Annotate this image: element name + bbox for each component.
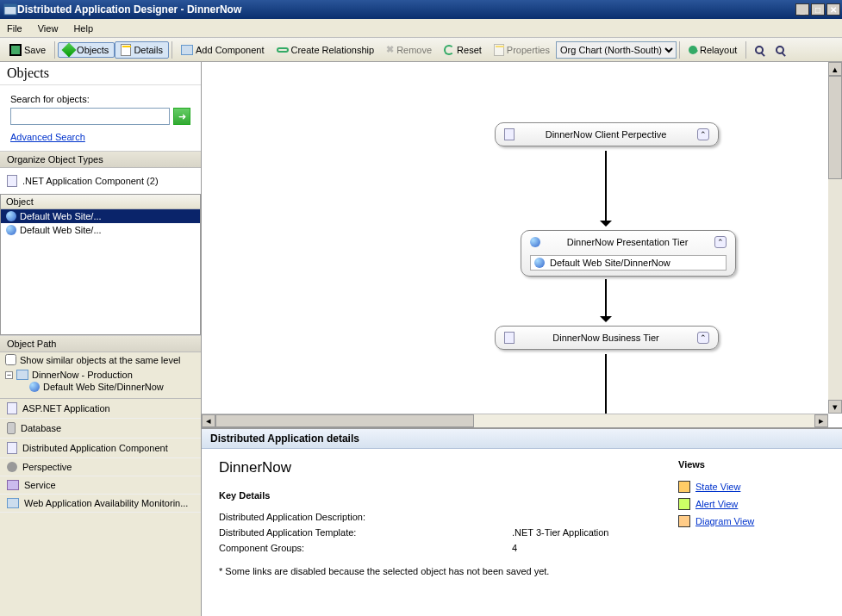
connector <box>605 151 607 221</box>
node-title: DinnerNow Business Tier <box>520 333 692 343</box>
objects-panel: Objects Search for objects: ➜ Advanced S… <box>0 62 202 616</box>
menu-file[interactable]: File <box>7 23 22 34</box>
show-similar-label: Show similar objects at the same level <box>20 355 180 365</box>
globe-icon <box>6 225 16 235</box>
scroll-up-button[interactable]: ▴ <box>828 62 842 76</box>
maximize-button[interactable]: □ <box>811 3 825 16</box>
scroll-down-button[interactable]: ▾ <box>828 400 842 414</box>
diagram-canvas[interactable]: DinnerNow Client Perpective⌃ DinnerNow P… <box>202 62 842 428</box>
collapse-icon[interactable]: ⌃ <box>714 236 727 248</box>
view-link-alert[interactable]: Alert View <box>678 495 825 513</box>
search-label: Search for objects: <box>10 94 190 104</box>
list-item[interactable]: Service <box>0 476 201 495</box>
globe-icon <box>6 211 16 221</box>
vertical-scrollbar[interactable]: ▴ ▾ <box>828 62 842 414</box>
relayout-icon <box>689 46 697 54</box>
list-item[interactable]: Distributed Application Component <box>0 439 201 458</box>
reset-button[interactable]: Reset <box>438 42 488 58</box>
scroll-thumb[interactable] <box>828 76 842 179</box>
grid-header[interactable]: Object <box>1 195 200 209</box>
search-input[interactable] <box>10 108 170 125</box>
close-button[interactable]: ✕ <box>826 3 840 16</box>
properties-button[interactable]: Properties <box>488 41 556 59</box>
service-icon <box>7 480 19 490</box>
grid-row[interactable]: Default Web Site/... <box>1 223 200 237</box>
remove-icon: ✖ <box>386 44 394 55</box>
grid-row-label: Default Web Site/... <box>20 225 102 235</box>
node-title: DinnerNow Client Perpective <box>520 129 692 140</box>
tree-child[interactable]: Default Web Site/DinnerNow <box>5 381 196 393</box>
view-label: Alert View <box>695 499 738 509</box>
connector <box>605 354 607 414</box>
globe-icon <box>534 258 545 268</box>
search-go-button[interactable]: ➜ <box>173 108 190 125</box>
details-app-name: DinnerNow <box>219 459 644 476</box>
node-icon <box>504 128 515 140</box>
monitor-icon <box>7 498 19 508</box>
list-item[interactable]: Database <box>0 419 201 439</box>
create-relationship-button[interactable]: Create Relationship <box>271 42 381 58</box>
toolbar: Save Objects Details Add Component Creat… <box>0 38 842 62</box>
horizontal-scrollbar[interactable]: ◂ ▸ <box>202 414 828 427</box>
type-item-label: .NET Application Component (2) <box>22 176 159 186</box>
zoom-out-button[interactable] <box>770 43 790 57</box>
node-title: DinnerNow Presentation Tier <box>546 237 709 247</box>
add-component-button[interactable]: Add Component <box>175 42 271 58</box>
zoom-in-icon <box>755 46 764 54</box>
layout-dropdown[interactable]: Org Chart (North-South) <box>556 41 677 59</box>
collapse-icon[interactable]: ⌃ <box>697 128 709 140</box>
remove-label: Remove <box>396 45 432 55</box>
save-icon <box>9 44 22 56</box>
grid-row[interactable]: Default Web Site/... <box>1 209 200 223</box>
detail-value: .NET 3-Tier Application <box>512 527 609 538</box>
node-icon <box>504 332 515 344</box>
link-icon <box>277 47 289 53</box>
app-icon <box>3 3 17 16</box>
node-child-label: Default Web Site/DinnerNow <box>550 258 670 268</box>
collapse-icon[interactable]: ⌃ <box>697 332 709 344</box>
detail-row: Distributed Application Template:.NET 3-… <box>219 525 644 540</box>
save-button[interactable]: Save <box>3 41 52 59</box>
view-link-state[interactable]: State View <box>678 478 825 495</box>
tree-collapse-icon[interactable]: − <box>5 371 13 379</box>
tree-root[interactable]: −DinnerNow - Production <box>5 369 196 381</box>
object-path-header: Object Path <box>0 335 201 352</box>
details-icon <box>121 44 131 56</box>
diagram-node-presentation[interactable]: DinnerNow Presentation Tier⌃ Default Web… <box>521 230 736 277</box>
scroll-left-button[interactable]: ◂ <box>202 414 215 427</box>
diagram-node-business[interactable]: DinnerNow Business Tier⌃ <box>495 326 719 350</box>
view-link-diagram[interactable]: Diagram View <box>678 513 825 530</box>
type-item-net-app[interactable]: .NET Application Component (2) <box>7 173 194 189</box>
page-icon <box>7 175 17 187</box>
list-item[interactable]: ASP.NET Application <box>0 399 201 419</box>
node-child-item[interactable]: Default Web Site/DinnerNow <box>530 255 727 271</box>
list-item[interactable]: Web Application Availability Monitorin..… <box>0 495 201 513</box>
node-icon <box>530 237 540 247</box>
show-similar-checkbox[interactable] <box>5 354 16 365</box>
list-item-label: Web Application Availability Monitorin..… <box>24 498 188 508</box>
relayout-button[interactable]: Relayout <box>683 42 743 58</box>
tree-root-label: DinnerNow - Production <box>32 370 133 380</box>
reset-label: Reset <box>457 45 482 55</box>
list-item[interactable]: Perspective <box>0 458 201 476</box>
advanced-search-link[interactable]: Advanced Search <box>10 132 85 142</box>
scroll-thumb[interactable] <box>215 414 474 427</box>
menu-help[interactable]: Help <box>73 23 93 34</box>
details-note: * Some links are disabled because the se… <box>219 566 644 576</box>
component-icon <box>181 45 193 55</box>
details-toggle[interactable]: Details <box>115 41 169 59</box>
menu-view[interactable]: View <box>38 23 59 34</box>
details-panel: Distributed Application details DinnerNo… <box>202 428 842 616</box>
view-label: State View <box>695 482 740 492</box>
diagram-node-client[interactable]: DinnerNow Client Perpective⌃ <box>495 122 719 146</box>
remove-button[interactable]: ✖Remove <box>380 41 438 58</box>
aspnet-icon <box>7 402 17 414</box>
perspective-icon <box>7 462 17 472</box>
objects-toggle[interactable]: Objects <box>58 42 115 58</box>
list-item-label: ASP.NET Application <box>22 403 110 414</box>
minimize-button[interactable]: _ <box>795 3 809 16</box>
view-label: Diagram View <box>695 516 754 526</box>
list-item-label: Distributed Application Component <box>22 443 168 453</box>
zoom-in-button[interactable] <box>749 43 770 57</box>
scroll-right-button[interactable]: ▸ <box>814 414 828 427</box>
